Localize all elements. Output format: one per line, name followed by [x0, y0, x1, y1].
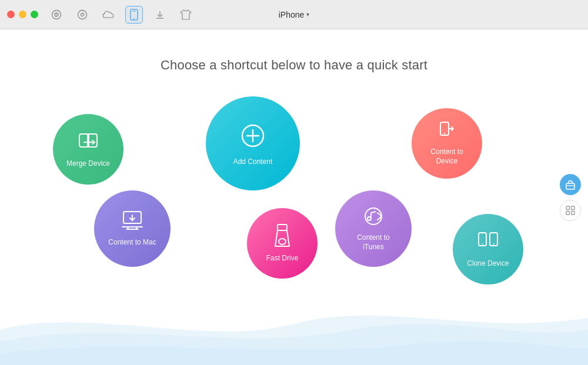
svg-rect-27 [566, 183, 574, 189]
add-content-button[interactable]: Add Content [206, 96, 300, 190]
svg-point-26 [493, 243, 495, 245]
close-button[interactable] [7, 11, 15, 18]
add-content-label: Add Content [233, 158, 273, 167]
download-icon[interactable] [151, 6, 169, 24]
device-selector[interactable]: iPhone ▾ [279, 10, 310, 19]
page-title: Choose a shortcut below to have a quick … [0, 29, 588, 73]
clone-device-icon [477, 230, 499, 256]
fast-drive-button[interactable]: Fast Drive [247, 208, 318, 279]
minimize-button[interactable] [19, 11, 26, 18]
sync-icon[interactable] [74, 6, 91, 24]
svg-point-19 [365, 208, 382, 225]
shirt-icon[interactable] [177, 6, 195, 24]
main-content: Choose a shortcut below to have a quick … [0, 29, 588, 365]
svg-point-18 [279, 239, 286, 245]
svg-point-3 [78, 10, 87, 19]
content-to-itunes-label: Content to iTunes [347, 233, 400, 252]
chevron-down-icon: ▾ [306, 11, 309, 18]
content-to-itunes-icon [361, 206, 386, 230]
content-to-mac-icon [120, 210, 145, 235]
grid-button[interactable] [560, 200, 581, 221]
content-to-mac-button[interactable]: Content to Mac [94, 190, 171, 267]
shortcuts-container: Merge Device Add Content C [0, 79, 588, 314]
device-name: iPhone [279, 10, 305, 19]
merge-device-label: Merge Device [66, 159, 110, 169]
svg-rect-32 [572, 211, 575, 215]
add-content-icon [238, 120, 268, 154]
svg-point-4 [81, 13, 84, 16]
content-to-device-icon [437, 121, 457, 144]
content-to-device-button[interactable]: Content to Device [412, 108, 482, 179]
merge-device-icon [77, 130, 99, 156]
toolbox-button[interactable] [560, 174, 581, 195]
window-controls [7, 11, 38, 18]
titlebar: iPhone ▾ [0, 0, 588, 29]
maximize-button[interactable] [31, 11, 38, 18]
clone-device-label: Clone Device [467, 259, 509, 269]
svg-rect-31 [566, 211, 570, 215]
svg-point-7 [133, 18, 135, 19]
svg-rect-30 [572, 206, 575, 210]
music-icon[interactable] [48, 6, 65, 24]
svg-point-2 [56, 14, 57, 15]
svg-line-22 [371, 212, 376, 213]
svg-rect-17 [278, 225, 287, 230]
svg-point-15 [444, 133, 445, 134]
toolbar-icons [48, 6, 195, 24]
fast-drive-icon [272, 224, 292, 250]
grid-icon [566, 206, 575, 215]
right-sidebar [560, 174, 581, 221]
fast-drive-label: Fast Drive [266, 254, 299, 263]
svg-point-25 [482, 243, 483, 245]
device-icon[interactable] [125, 6, 143, 24]
content-to-device-label: Content to Device [420, 148, 473, 166]
content-to-mac-label: Content to Mac [108, 238, 156, 247]
cloud-icon[interactable] [99, 6, 117, 24]
merge-device-button[interactable]: Merge Device [53, 114, 123, 185]
toolbox-icon [565, 179, 576, 190]
clone-device-button[interactable]: Clone Device [453, 214, 523, 284]
content-to-itunes-button[interactable]: Content to iTunes [335, 190, 412, 267]
svg-rect-29 [566, 206, 570, 210]
